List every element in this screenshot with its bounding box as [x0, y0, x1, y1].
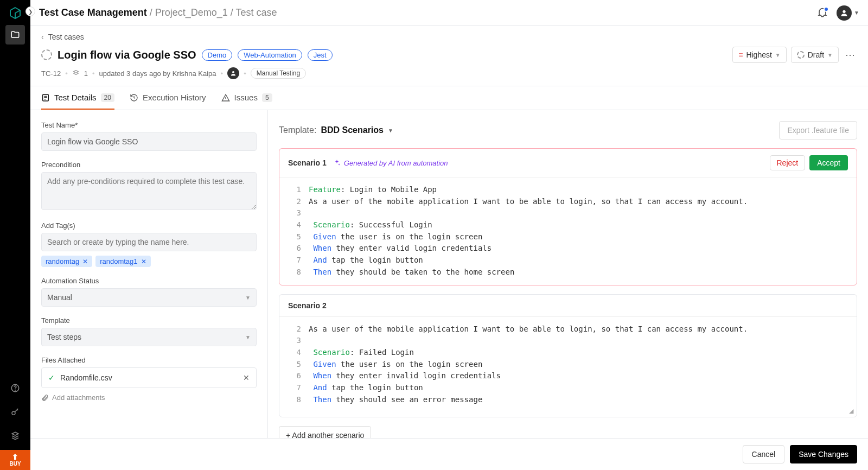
user-menu[interactable]: ▼	[837, 5, 859, 21]
file-name: Randomfile.csv	[60, 373, 112, 382]
scenario-2-box: Scenario 2 2As a user of the mobile appl…	[279, 294, 857, 418]
draft-icon	[797, 51, 805, 59]
ai-generated-badge: Generated by AI from automation	[333, 159, 448, 167]
template-header-label: Template:	[279, 125, 316, 135]
back-link[interactable]: Test cases	[48, 33, 84, 41]
tab-execution-history[interactable]: Execution History	[130, 86, 206, 110]
status-circle-icon	[41, 49, 52, 60]
svg-point-2	[12, 411, 15, 415]
export-feature-button[interactable]: Export .feature file	[779, 121, 857, 139]
more-menu-icon[interactable]: ⋯	[843, 47, 857, 63]
accept-button[interactable]: Accept	[809, 155, 848, 170]
buy-button[interactable]: ⬆BUY	[0, 450, 30, 470]
automation-status-select[interactable]: Manual▼	[41, 288, 257, 307]
template-select[interactable]: Test steps▼	[41, 328, 257, 346]
template-label: Template	[41, 316, 257, 325]
files-label: Files Attached	[41, 356, 257, 364]
meta-row: TC-12• 1• updated 3 days ago by Krishna …	[41, 67, 857, 79]
check-icon: ✓	[48, 373, 55, 382]
svg-point-3	[843, 10, 845, 12]
pill-web-automation: Web-Automation	[238, 49, 302, 61]
stack-icon[interactable]	[5, 426, 25, 446]
type-chip: Manual Testing	[251, 68, 307, 79]
chevron-down-icon: ▼	[775, 52, 781, 58]
resize-handle-icon[interactable]: ◢	[279, 408, 857, 417]
details-icon	[41, 93, 50, 102]
precondition-input[interactable]	[41, 172, 257, 210]
topbar: Test Case Management / Project_Demo_1 / …	[30, 0, 868, 26]
template-header-value: BDD Scenarios	[321, 125, 384, 135]
page-title: Login flow via Google SSO	[58, 49, 196, 61]
scenario-1-editor[interactable]: 1Feature: Login to Mobile App2As a user …	[279, 177, 857, 285]
status-dropdown[interactable]: Draft ▼	[791, 47, 839, 63]
pill-demo: Demo	[202, 49, 233, 61]
stack-icon	[72, 69, 80, 77]
scenario-2-editor[interactable]: 2As a user of the mobile application I w…	[279, 317, 857, 408]
logo-icon	[8, 5, 23, 21]
help-icon[interactable]	[5, 378, 25, 398]
left-sidebar: ❯ ⬆BUY	[0, 0, 30, 470]
test-name-input[interactable]	[41, 132, 257, 151]
paperclip-icon	[41, 394, 49, 402]
back-icon[interactable]: ‹	[41, 33, 44, 41]
precondition-label: Precondition	[41, 161, 257, 169]
author-avatar	[227, 67, 239, 79]
scenario-title: Scenario 2	[288, 301, 327, 310]
reject-button[interactable]: Reject	[770, 155, 806, 170]
tag-chip: randomtag✕	[41, 256, 92, 267]
chevron-down-icon: ▼	[854, 10, 859, 16]
history-icon	[130, 93, 138, 102]
notifications-icon[interactable]	[817, 8, 828, 18]
tags-input[interactable]	[41, 233, 257, 251]
sidebar-folder-icon[interactable]	[5, 25, 25, 45]
sparkle-icon	[333, 159, 341, 167]
svg-point-4	[232, 71, 234, 73]
scenario-title: Scenario 1	[288, 158, 327, 167]
pill-jest: Jest	[308, 49, 333, 61]
cancel-button[interactable]: Cancel	[743, 445, 785, 463]
chevron-down-icon: ▼	[245, 334, 251, 340]
breadcrumb: Test Case Management / Project_Demo_1 / …	[39, 7, 277, 18]
automation-status-label: Automation Status	[41, 277, 257, 285]
priority-icon: ≡	[738, 50, 743, 59]
chevron-down-icon: ▼	[827, 52, 833, 58]
testcase-id: TC-12	[41, 69, 61, 78]
avatar	[837, 5, 852, 21]
remove-tag-icon[interactable]: ✕	[82, 258, 88, 265]
add-scenario-button[interactable]: + Add another scenario	[279, 426, 371, 438]
chevron-down-icon: ▼	[245, 295, 251, 301]
remove-file-icon[interactable]: ✕	[243, 373, 250, 382]
tab-issues[interactable]: Issues5	[221, 86, 272, 110]
tags-label: Add Tag(s)	[41, 221, 257, 230]
tab-test-details[interactable]: Test Details20	[41, 86, 114, 110]
tag-chip: randomtag1✕	[95, 256, 150, 267]
chevron-down-icon[interactable]: ▼	[388, 128, 393, 134]
file-row: ✓ Randomfile.csv ✕	[41, 367, 257, 388]
test-name-label: Test Name*	[41, 121, 257, 129]
svg-point-1	[15, 390, 16, 390]
key-icon[interactable]	[5, 402, 25, 422]
warning-icon	[221, 93, 230, 102]
save-changes-button[interactable]: Save Changes	[790, 445, 857, 463]
scenario-1-box: Scenario 1 Generated by AI from automati…	[279, 148, 857, 285]
priority-dropdown[interactable]: ≡ Highest ▼	[732, 47, 787, 63]
remove-tag-icon[interactable]: ✕	[141, 258, 146, 265]
add-attachments-link[interactable]: Add attachments	[41, 393, 257, 402]
